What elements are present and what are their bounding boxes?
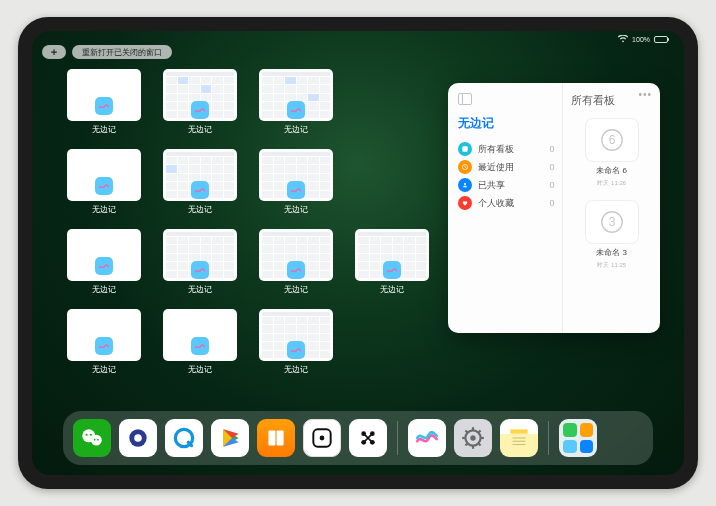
thumb-preview — [67, 149, 141, 201]
board-name: 未命名 6 — [596, 165, 627, 176]
freeform-icon — [95, 257, 113, 275]
thumb-preview — [259, 309, 333, 361]
switcher-thumb[interactable]: 无边记 — [162, 229, 238, 295]
switcher-thumb[interactable]: 无边记 — [258, 149, 334, 215]
freeform-sidebar-modal[interactable]: ••• 无边记 所有看板 0 最近使用 0 — [448, 83, 660, 333]
more-icon[interactable]: ••• — [638, 89, 652, 100]
board-item[interactable]: 6 未命名 6 昨天 11:26 — [571, 118, 652, 188]
switcher-thumb[interactable]: 无边记 — [66, 309, 142, 375]
thumb-preview — [67, 309, 141, 361]
modal-row-favorites[interactable]: 个人收藏 0 — [458, 196, 554, 210]
svg-rect-16 — [268, 430, 275, 445]
board-item[interactable]: 3 未命名 3 昨天 11:25 — [571, 200, 652, 270]
row-label: 个人收藏 — [478, 197, 514, 210]
top-controls: ＋ 重新打开已关闭的窗口 — [42, 45, 172, 59]
svg-text:3: 3 — [608, 215, 615, 229]
freeform-icon — [287, 261, 305, 279]
thumb-label: 无边记 — [380, 284, 404, 295]
battery-icon — [654, 36, 668, 43]
row-label: 已共享 — [478, 179, 505, 192]
freeform-icon — [95, 337, 113, 355]
freeform-icon — [287, 181, 305, 199]
board-sub: 昨天 11:25 — [597, 261, 626, 270]
thumb-label: 无边记 — [92, 284, 116, 295]
freeform-icon — [95, 177, 113, 195]
modal-right-pane: 所有看板 6 未命名 6 昨天 11:26 3 未命名 3 昨天 11:25 — [562, 83, 660, 333]
svg-line-33 — [478, 430, 480, 432]
switcher-thumb[interactable]: 无边记 — [162, 149, 238, 215]
boards-icon — [458, 142, 472, 156]
svg-point-11 — [94, 439, 96, 441]
dock-app-library-icon[interactable] — [559, 419, 597, 457]
thumb-preview — [163, 149, 237, 201]
switcher-thumb[interactable]: 无边记 — [162, 309, 238, 375]
thumb-preview — [259, 229, 333, 281]
modal-row-recent[interactable]: 最近使用 0 — [458, 160, 554, 174]
freeform-icon — [383, 261, 401, 279]
reopen-label: 重新打开已关闭的窗口 — [82, 47, 162, 58]
reopen-closed-window-pill[interactable]: 重新打开已关闭的窗口 — [72, 45, 172, 59]
switcher-thumb[interactable]: 无边记 — [162, 69, 238, 135]
dock-separator — [548, 421, 549, 455]
status-bar: 100% — [32, 31, 684, 45]
thumb-preview — [67, 69, 141, 121]
dock-dots-app-icon[interactable] — [349, 419, 387, 457]
thumb-label: 无边记 — [284, 364, 308, 375]
thumb-label: 无边记 — [188, 364, 212, 375]
freeform-icon — [287, 101, 305, 119]
board-sub: 昨天 11:26 — [597, 179, 626, 188]
svg-rect-34 — [510, 429, 527, 433]
thumb-label: 无边记 — [284, 204, 308, 215]
svg-point-14 — [134, 434, 142, 442]
ipad-frame: 100% ＋ 重新打开已关闭的窗口 无边记 — [18, 17, 698, 489]
freeform-icon — [95, 97, 113, 115]
thumb-label: 无边记 — [284, 124, 308, 135]
switcher-thumb[interactable]: 无边记 — [258, 69, 334, 135]
thumb-label: 无边记 — [188, 204, 212, 215]
modal-row-shared[interactable]: 已共享 0 — [458, 178, 554, 192]
thumb-preview — [163, 229, 237, 281]
dock-freeform-icon[interactable] — [408, 419, 446, 457]
row-count: 0 — [549, 144, 554, 154]
thumb-label: 无边记 — [284, 284, 308, 295]
modal-left-pane: 无边记 所有看板 0 最近使用 0 — [448, 83, 562, 333]
row-label: 最近使用 — [478, 161, 514, 174]
freeform-icon — [191, 101, 209, 119]
board-name: 未命名 3 — [596, 247, 627, 258]
thumb-preview — [67, 229, 141, 281]
dock-play-icon[interactable] — [211, 419, 249, 457]
add-window-button[interactable]: ＋ — [42, 45, 66, 59]
switcher-thumb[interactable]: 无边记 — [66, 229, 142, 295]
heart-icon — [458, 196, 472, 210]
person-icon — [458, 178, 472, 192]
thumb-label: 无边记 — [188, 284, 212, 295]
sidebar-icon — [458, 93, 472, 105]
thumb-label: 无边记 — [92, 204, 116, 215]
modal-row-all-boards[interactable]: 所有看板 0 — [458, 142, 554, 156]
dock-circle-app-icon[interactable] — [119, 419, 157, 457]
svg-point-10 — [90, 434, 92, 436]
dock-qq-browser-icon[interactable] — [165, 419, 203, 457]
row-count: 0 — [549, 198, 554, 208]
dock-settings-icon[interactable] — [454, 419, 492, 457]
svg-line-30 — [465, 430, 467, 432]
thumb-label: 无边记 — [92, 364, 116, 375]
switcher-thumb[interactable]: 无边记 — [354, 229, 430, 295]
svg-line-32 — [465, 443, 467, 445]
switcher-thumb[interactable]: 无边记 — [258, 309, 334, 375]
dock-notes-icon[interactable] — [500, 419, 538, 457]
svg-line-31 — [478, 443, 480, 445]
row-count: 0 — [549, 162, 554, 172]
screen: 100% ＋ 重新打开已关闭的窗口 无边记 — [32, 31, 684, 475]
svg-point-2 — [464, 183, 466, 185]
svg-text:6: 6 — [608, 133, 615, 147]
dock-books-icon[interactable] — [257, 419, 295, 457]
svg-point-8 — [91, 435, 102, 446]
dock-dice-icon[interactable] — [303, 419, 341, 457]
freeform-icon — [287, 341, 305, 359]
wifi-icon — [618, 35, 628, 44]
switcher-thumb[interactable]: 无边记 — [66, 69, 142, 135]
switcher-thumb[interactable]: 无边记 — [66, 149, 142, 215]
switcher-thumb[interactable]: 无边记 — [258, 229, 334, 295]
dock-wechat-icon[interactable] — [73, 419, 111, 457]
